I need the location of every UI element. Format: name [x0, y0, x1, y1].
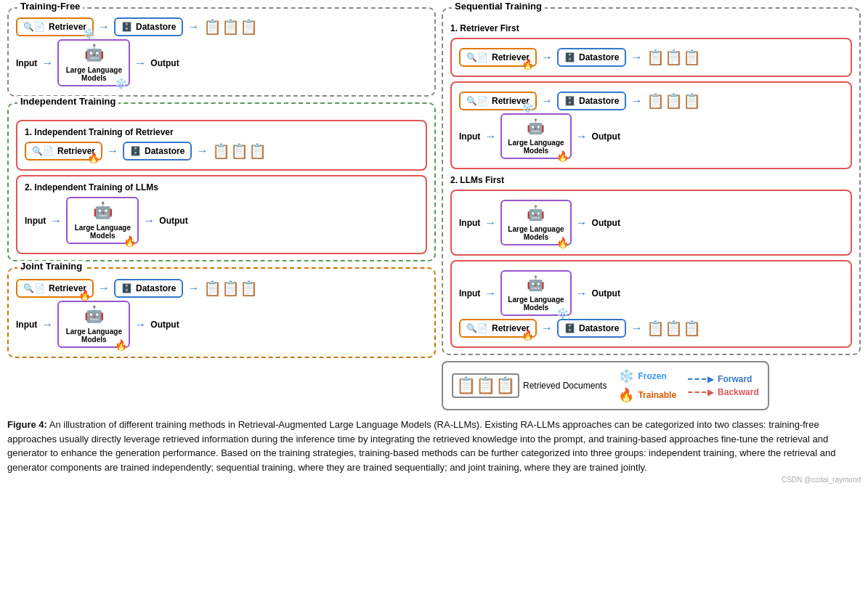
legend-backward-item: ▶ Backward [688, 387, 759, 397]
tf-retriever-badge: ❄️ [83, 28, 95, 39]
legend-trainable-item: 🔥 Trainable [618, 387, 676, 403]
retriever-first-section: 1. Retriever First 🔍📄 Retriever 🔥 → 🗄️ D… [450, 23, 852, 169]
jt-arrow2 [187, 282, 199, 295]
ind-llm-badge: 🔥 [123, 235, 136, 247]
lf-retriever-icon: 🔍📄 [466, 323, 488, 333]
independent-training-title: Independent Training [17, 96, 118, 107]
rf-retriever2-badge: ❄️ [522, 102, 534, 113]
legend-forward-arrow: ▶ [688, 374, 714, 384]
lf-llm2-icon: 🤖 [527, 275, 545, 292]
lf-row1-box: Input → 🤖 Large LanguageModels 🔥 → Outpu… [450, 190, 852, 256]
rf-retriever1-badge: 🔥 [522, 58, 534, 70]
lf-arrow6: → [630, 322, 642, 335]
lf-output2: Output [592, 288, 620, 299]
lf-row1: Input → 🤖 Large LanguageModels 🔥 → Outpu… [459, 200, 843, 245]
lf-arrow5: → [541, 322, 553, 335]
independent-retriever-box: 1. Independent Training of Retriever 🔍📄 … [16, 120, 427, 171]
ind-output-label: Output [159, 216, 187, 226]
tf-retriever-box: 🔍📄 Retriever ❄️ [16, 17, 94, 36]
legend-trainable-icon: 🔥 [618, 387, 634, 403]
tf-docs-icon: 📋📋📋 [203, 18, 258, 36]
rf-arrow5: → [484, 130, 496, 143]
ind-docs-icon: 📋📋📋 [212, 142, 267, 160]
tf-retriever-row: 🔍📄 Retriever ❄️ 🗄️ Datastore 📋📋📋 [16, 17, 427, 36]
tf-input-label: Input [16, 58, 37, 68]
rf-datastore2-icon: 🗄️ [564, 96, 575, 106]
lf-row2-box: Input → 🤖 Large LanguageModels ❄️ → Outp… [450, 260, 852, 348]
tf-retriever-icon: 🔍📄 [23, 22, 45, 32]
rf-llm-icon: 🤖 [527, 118, 545, 135]
rf-datastore2: 🗄️ Datastore [557, 92, 626, 110]
ind-llm-icon: 🤖 [93, 201, 113, 220]
jt-datastore-comp: 🗄️ Datastore [114, 279, 183, 298]
tf-datastore-box: 🗄️ Datastore [114, 17, 183, 36]
lf-llm1-badge: 🔥 [556, 237, 569, 248]
llms-first-section: 2. LLMs First Input → 🤖 Large LanguageMo… [450, 175, 852, 348]
legend-frozen-item: ❄️ Frozen [618, 368, 676, 384]
tf-llm-row: Input 🤖 Large LanguageModels ❄️ Output [16, 39, 427, 86]
rf-llm: 🤖 Large LanguageModels 🔥 [500, 113, 571, 159]
tf-datastore-icon: 🗄️ [121, 22, 132, 32]
ind-retriever-badge: 🔥 [87, 152, 100, 163]
rf-arrow6: → [576, 130, 588, 143]
legend-backward-arrow: ▶ [688, 387, 714, 397]
lf-output1: Output [592, 218, 620, 228]
left-column: Training-Free 🔍📄 Retriever ❄️ 🗄️ Datasto… [7, 7, 436, 410]
caption-bold: Figure 4: [7, 419, 47, 430]
main-container: Training-Free 🔍📄 Retriever ❄️ 🗄️ Datasto… [7, 7, 861, 410]
ind-input-label: Input [25, 216, 46, 226]
lf-datastore: 🗄️ Datastore [557, 319, 626, 338]
rf-arrow1: → [541, 51, 553, 64]
tf-arrow4 [134, 57, 146, 70]
rf-datastore1: 🗄️ Datastore [557, 48, 626, 67]
legend-trainable-label: Trainable [638, 390, 676, 400]
ind-arrow1 [107, 145, 118, 158]
jt-llm-label: Large LanguageModels [66, 328, 122, 344]
rf-docs2: 📋📋📋 [646, 92, 701, 110]
rf-docs1: 📋📋📋 [646, 49, 701, 66]
rf-row1: 🔍📄 Retriever 🔥 → 🗄️ Datastore → 📋📋📋 [459, 48, 843, 67]
jt-arrow4: → [134, 318, 146, 331]
lf-row2-bottom: 🔍📄 Retriever 🔥 → 🗄️ Datastore → 📋📋📋 [459, 319, 843, 338]
jt-arrow3: → [41, 318, 53, 331]
ind-datastore-icon: 🗄️ [130, 146, 141, 156]
jt-llm-row: Input → 🤖 Large LanguageModels 🔥 → Outpu… [16, 301, 427, 348]
rf-retriever2-icon: 🔍📄 [466, 96, 488, 106]
lf-retriever-badge: 🔥 [522, 329, 534, 341]
rf-row2-box: 🔍📄 Retriever ❄️ → 🗄️ Datastore → 📋📋📋 [450, 81, 852, 169]
lf-input1: Input [459, 218, 480, 228]
ind-retriever-comp: 🔍📄 Retriever 🔥 [25, 142, 102, 161]
legend-row: 📋📋📋 Retrieved Documents ❄️ Frozen 🔥 Trai… [442, 361, 861, 410]
caption: Figure 4: An illustration of different t… [7, 418, 861, 474]
rf-retriever1: 🔍📄 Retriever 🔥 [459, 48, 537, 67]
right-column: Sequential Training 1. Retriever First 🔍… [442, 7, 861, 410]
ind-llm-label: Large LanguageModels [75, 224, 131, 240]
legend-box: 📋📋📋 Retrieved Documents ❄️ Frozen 🔥 Trai… [442, 361, 769, 410]
rf-row2-top: 🔍📄 Retriever ❄️ → 🗄️ Datastore → 📋📋📋 [459, 92, 843, 110]
jt-retriever-badge: 🔥 [78, 289, 91, 301]
lf-llm1: 🤖 Large LanguageModels 🔥 [500, 200, 571, 245]
ind-datastore-comp: 🗄️ Datastore [123, 142, 192, 161]
legend-docs-label: Retrieved Documents [523, 381, 607, 391]
rf-retriever1-icon: 🔍📄 [466, 52, 488, 62]
jt-llm-icon: 🤖 [84, 305, 104, 324]
legend-forward-item: ▶ Forward [688, 374, 759, 384]
lf-row2-top: Input → 🤖 Large LanguageModels ❄️ → Outp… [459, 270, 843, 316]
lf-datastore-icon: 🗄️ [564, 323, 575, 333]
sequential-training-section: Sequential Training 1. Retriever First 🔍… [442, 7, 861, 355]
lf-input2: Input [459, 288, 480, 299]
jt-retriever-icon: 🔍📄 [23, 283, 45, 293]
jt-output-label: Output [150, 320, 179, 330]
tf-llm-box: 🤖 Large LanguageModels ❄️ [57, 39, 130, 86]
rf-arrow3: → [541, 94, 553, 107]
caption-text: An illustration of different training me… [7, 419, 835, 473]
ind-llm-arrow2 [143, 214, 155, 227]
training-free-section: Training-Free 🔍📄 Retriever ❄️ 🗄️ Datasto… [7, 7, 436, 97]
legend-docs-item: 📋📋📋 Retrieved Documents [452, 373, 607, 398]
tf-arrow1 [98, 20, 110, 33]
legend-frozen-label: Frozen [638, 371, 666, 381]
lf-arrow1: → [484, 216, 496, 230]
ind-retriever-icon: 🔍📄 [32, 146, 54, 156]
rf-row1-box: 🔍📄 Retriever 🔥 → 🗄️ Datastore → 📋📋📋 [450, 38, 852, 77]
lf-llm1-icon: 🤖 [527, 204, 545, 222]
